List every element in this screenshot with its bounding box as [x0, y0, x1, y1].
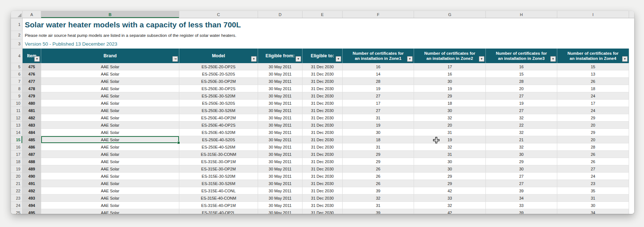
cell-zone4-row22[interactable]: 35: [557, 187, 629, 195]
cell-item-row19[interactable]: 489: [23, 165, 41, 173]
cell-eligible_to-row23[interactable]: 31 Dec 2030: [303, 195, 343, 202]
cell-zone2-row18[interactable]: 30: [414, 158, 486, 165]
cell-zone4-row17[interactable]: 26: [557, 151, 629, 158]
cell-brand-row16[interactable]: AAE Solar: [41, 143, 179, 151]
cell-model-row22[interactable]: ES-315E-40-CONL: [179, 187, 258, 195]
row-header-4[interactable]: 4: [11, 49, 23, 63]
note-text[interactable]: Please note air source heat pump models …: [23, 33, 236, 38]
cell-eligible_from-row6[interactable]: 30 May 2011: [258, 70, 303, 78]
cell-brand-row21[interactable]: AAE Solar: [41, 180, 179, 187]
column-header-zone3[interactable]: Number of certificates for an installati…: [486, 49, 557, 63]
cell-zone4-row16[interactable]: 28: [557, 143, 629, 151]
cell-eligible_from-row25[interactable]: 30 May 2011: [258, 209, 303, 214]
cell-item-row23[interactable]: 493: [23, 195, 41, 202]
cell-zone1-row6[interactable]: 14: [343, 70, 414, 78]
cell-brand-row13[interactable]: AAE Solar: [41, 122, 179, 129]
cell-eligible_from-row10[interactable]: 30 May 2011: [258, 100, 303, 107]
cell-eligible_from-row21[interactable]: 30 May 2011: [258, 180, 303, 187]
cell-item-row7[interactable]: 477: [23, 78, 41, 85]
cell-zone1-row5[interactable]: 16: [343, 63, 414, 70]
cell-zone2-row5[interactable]: 17: [414, 63, 486, 70]
cell-zone2-row25[interactable]: 42: [414, 209, 486, 214]
cell-zone3-row6[interactable]: 15: [486, 70, 557, 78]
column-letter-A[interactable]: A: [23, 11, 41, 18]
cell-eligible_to-row5[interactable]: 31 Dec 2030: [303, 63, 343, 70]
cell-zone4-row10[interactable]: 17: [557, 100, 629, 107]
cell-eligible_to-row16[interactable]: 31 Dec 2030: [303, 143, 343, 151]
cell-zone1-row8[interactable]: 19: [343, 85, 414, 92]
cell-eligible_from-row15[interactable]: 30 May 2011: [258, 136, 303, 143]
cell-zone3-row22[interactable]: 39: [486, 187, 557, 195]
cell-model-row8[interactable]: ES-250E-30-OP2S: [179, 85, 258, 92]
cell-eligible_from-row9[interactable]: 30 May 2011: [258, 92, 303, 100]
cell-zone4-row20[interactable]: 24: [557, 173, 629, 180]
column-letter-C[interactable]: C: [179, 11, 258, 18]
cell-model-row21[interactable]: ES-315E-30-S26M: [179, 180, 258, 187]
cell-zone1-row17[interactable]: 29: [343, 151, 414, 158]
filter-sorted-button-brand[interactable]: ↑▾: [172, 56, 178, 62]
row-header-5[interactable]: 5: [11, 63, 23, 70]
cell-zone3-row14[interactable]: 32: [486, 129, 557, 136]
cell-model-row5[interactable]: ES-250E-20-OP2S: [179, 63, 258, 70]
filter-button-eligible_to[interactable]: ▼: [336, 56, 341, 62]
cell-brand-row23[interactable]: AAE Solar: [41, 195, 179, 202]
cell-zone1-row14[interactable]: 30: [343, 129, 414, 136]
column-header-zone4[interactable]: Number of certificates for an installati…: [557, 49, 629, 63]
cell-zone1-row24[interactable]: 31: [343, 202, 414, 209]
cell-brand-row10[interactable]: AAE Solar: [41, 100, 179, 107]
cell-brand-row14[interactable]: AAE Solar: [41, 129, 179, 136]
row-header-16[interactable]: 16: [11, 143, 23, 151]
cell-zone2-row8[interactable]: 19: [414, 85, 486, 92]
cell-brand-row7[interactable]: AAE Solar: [41, 78, 179, 85]
cell-eligible_to-row15[interactable]: 31 Dec 2030: [303, 136, 343, 143]
filter-button-zone4[interactable]: ▼: [622, 56, 628, 62]
cell-zone2-row21[interactable]: 29: [414, 180, 486, 187]
select-all-corner[interactable]: [11, 11, 23, 18]
column-header-zone2[interactable]: Number of certificates for an installati…: [414, 49, 486, 63]
row-header-1[interactable]: 1: [11, 18, 23, 31]
cell-zone2-row15[interactable]: 19: [414, 136, 486, 143]
cell-zone2-row7[interactable]: 30: [414, 78, 486, 85]
cell-zone1-row16[interactable]: 31: [343, 143, 414, 151]
cell-model-row20[interactable]: ES-315E-30-S20M: [179, 173, 258, 180]
cell-zone3-row5[interactable]: 16: [486, 63, 557, 70]
cell-item-row5[interactable]: 475: [23, 63, 41, 70]
cell-zone2-row11[interactable]: 30: [414, 107, 486, 114]
cell-eligible_from-row16[interactable]: 30 May 2011: [258, 143, 303, 151]
cell-zone4-row25[interactable]: 34: [557, 209, 629, 214]
cell-zone3-row15[interactable]: 21: [486, 136, 557, 143]
row-header-20[interactable]: 20: [11, 173, 23, 180]
cell-zone2-row22[interactable]: 42: [414, 187, 486, 195]
cell-item-row9[interactable]: 479: [23, 92, 41, 100]
cell-eligible_from-row17[interactable]: 30 May 2011: [258, 151, 303, 158]
cell-eligible_to-row22[interactable]: 31 Dec 2030: [303, 187, 343, 195]
cell-eligible_to-row10[interactable]: 31 Dec 2030: [303, 100, 343, 107]
column-header-eligible_to[interactable]: Eligible to:▼: [303, 49, 343, 63]
cell-model-row11[interactable]: ES-250E-30-S26M: [179, 107, 258, 114]
column-letter-H[interactable]: H: [486, 11, 557, 18]
cell-eligible_to-row18[interactable]: 31 Dec 2030: [303, 158, 343, 165]
cell-eligible_from-row22[interactable]: 30 May 2011: [258, 187, 303, 195]
cell-zone2-row19[interactable]: 30: [414, 165, 486, 173]
row-header-15[interactable]: 15: [11, 136, 23, 143]
cell-zone4-row5[interactable]: 15: [557, 63, 629, 70]
row-header-3[interactable]: 3: [11, 39, 23, 49]
cell-zone4-row8[interactable]: 18: [557, 85, 629, 92]
row-header-2[interactable]: 2: [11, 31, 23, 39]
cell-zone3-row12[interactable]: 32: [486, 114, 557, 122]
cell-zone4-row15[interactable]: 20: [557, 136, 629, 143]
cell-model-row13[interactable]: ES-250E-40-OP2S: [179, 122, 258, 129]
version-text[interactable]: Version 50 - Published 13 December 2023: [23, 41, 117, 47]
row-header-25[interactable]: 25: [11, 209, 23, 214]
cell-item-row8[interactable]: 478: [23, 85, 41, 92]
filter-button-model[interactable]: ▼: [251, 56, 257, 62]
cell-eligible_from-row20[interactable]: 30 May 2011: [258, 173, 303, 180]
cell-brand-row9[interactable]: AAE Solar: [41, 92, 179, 100]
cell-model-row15[interactable]: ES-250E-40-S20S: [179, 136, 258, 143]
cell-model-row7[interactable]: ES-250E-30-OP2M: [179, 78, 258, 85]
cell-zone2-row24[interactable]: 32: [414, 202, 486, 209]
cell-model-row23[interactable]: ES-315E-40-CONM: [179, 195, 258, 202]
cell-zone2-row6[interactable]: 16: [414, 70, 486, 78]
row-header-8[interactable]: 8: [11, 85, 23, 92]
row-header-24[interactable]: 24: [11, 202, 23, 209]
